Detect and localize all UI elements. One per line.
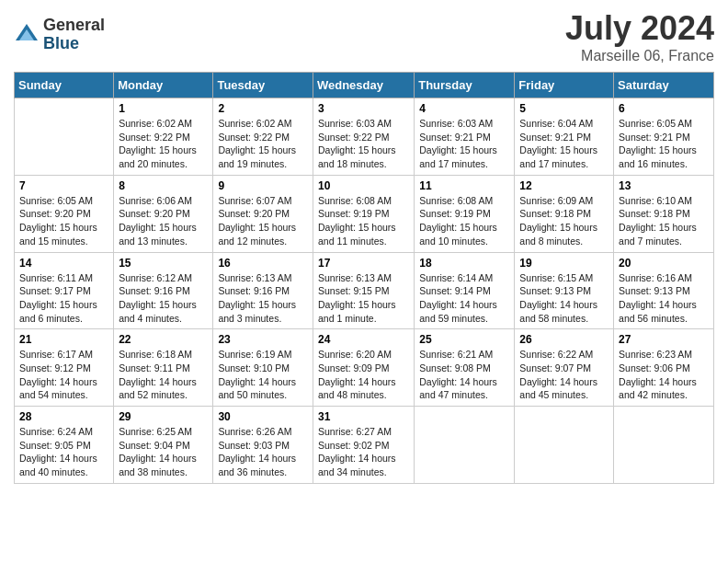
calendar-week-row: 14Sunrise: 6:11 AMSunset: 9:17 PMDayligh… <box>15 252 714 329</box>
logo-text: General Blue <box>43 17 105 53</box>
day-number: 18 <box>419 257 509 270</box>
calendar-cell: 17Sunrise: 6:13 AMSunset: 9:15 PMDayligh… <box>313 252 414 329</box>
day-number: 26 <box>519 333 609 346</box>
calendar-cell: 7Sunrise: 6:05 AMSunset: 9:20 PMDaylight… <box>15 175 114 252</box>
day-info: Sunrise: 6:03 AMSunset: 9:22 PMDaylight:… <box>318 117 409 171</box>
logo-blue: Blue <box>43 35 105 53</box>
day-info: Sunrise: 6:11 AMSunset: 9:17 PMDaylight:… <box>19 271 108 326</box>
day-info: Sunrise: 6:27 AMSunset: 9:02 PMDaylight:… <box>318 425 409 479</box>
day-info: Sunrise: 6:03 AMSunset: 9:21 PMDaylight:… <box>419 117 509 171</box>
day-number: 14 <box>19 257 108 270</box>
header-day: Saturday <box>614 73 714 98</box>
day-number: 21 <box>19 333 108 346</box>
day-info: Sunrise: 6:24 AMSunset: 9:05 PMDaylight:… <box>19 425 108 479</box>
calendar-cell: 30Sunrise: 6:26 AMSunset: 9:03 PMDayligh… <box>213 407 313 484</box>
day-info: Sunrise: 6:16 AMSunset: 9:13 PMDaylight:… <box>619 271 709 326</box>
day-number: 15 <box>119 257 208 270</box>
day-info: Sunrise: 6:04 AMSunset: 9:21 PMDaylight:… <box>519 117 609 171</box>
calendar-cell: 29Sunrise: 6:25 AMSunset: 9:04 PMDayligh… <box>114 407 213 484</box>
day-number: 2 <box>218 102 308 115</box>
day-info: Sunrise: 6:26 AMSunset: 9:03 PMDaylight:… <box>218 425 308 479</box>
day-info: Sunrise: 6:17 AMSunset: 9:12 PMDaylight:… <box>19 348 108 402</box>
day-number: 17 <box>318 257 409 270</box>
day-number: 22 <box>119 333 208 346</box>
calendar-cell <box>515 407 614 484</box>
header-day: Thursday <box>415 73 515 98</box>
header: General Blue July 2024 Marseille 06, Fra… <box>14 9 714 64</box>
calendar-cell: 26Sunrise: 6:22 AMSunset: 9:07 PMDayligh… <box>515 329 614 407</box>
calendar-cell <box>614 407 714 484</box>
calendar-cell: 12Sunrise: 6:09 AMSunset: 9:18 PMDayligh… <box>515 175 614 252</box>
header-row: SundayMondayTuesdayWednesdayThursdayFrid… <box>15 73 714 98</box>
calendar-cell: 18Sunrise: 6:14 AMSunset: 9:14 PMDayligh… <box>415 252 515 329</box>
calendar-cell: 15Sunrise: 6:12 AMSunset: 9:16 PMDayligh… <box>114 252 213 329</box>
day-number: 9 <box>218 179 308 192</box>
calendar-cell: 6Sunrise: 6:05 AMSunset: 9:21 PMDaylight… <box>614 98 714 176</box>
day-number: 7 <box>19 179 108 192</box>
day-number: 6 <box>619 102 709 115</box>
day-info: Sunrise: 6:13 AMSunset: 9:15 PMDaylight:… <box>318 271 409 326</box>
day-info: Sunrise: 6:06 AMSunset: 9:20 PMDaylight:… <box>119 194 208 248</box>
day-info: Sunrise: 6:02 AMSunset: 9:22 PMDaylight:… <box>218 117 308 171</box>
calendar-header: SundayMondayTuesdayWednesdayThursdayFrid… <box>15 73 714 98</box>
day-info: Sunrise: 6:23 AMSunset: 9:06 PMDaylight:… <box>619 348 709 402</box>
location-title: Marseille 06, France <box>565 48 714 64</box>
logo-general: General <box>43 17 105 35</box>
day-info: Sunrise: 6:15 AMSunset: 9:13 PMDaylight:… <box>519 271 609 326</box>
day-number: 12 <box>519 179 609 192</box>
day-info: Sunrise: 6:02 AMSunset: 9:22 PMDaylight:… <box>119 117 208 171</box>
day-number: 28 <box>19 410 108 423</box>
day-info: Sunrise: 6:12 AMSunset: 9:16 PMDaylight:… <box>119 271 208 326</box>
day-number: 27 <box>619 333 709 346</box>
calendar-cell: 21Sunrise: 6:17 AMSunset: 9:12 PMDayligh… <box>15 329 114 407</box>
day-number: 5 <box>519 102 609 115</box>
day-info: Sunrise: 6:19 AMSunset: 9:10 PMDaylight:… <box>218 348 308 402</box>
day-info: Sunrise: 6:08 AMSunset: 9:19 PMDaylight:… <box>318 194 409 248</box>
day-info: Sunrise: 6:05 AMSunset: 9:21 PMDaylight:… <box>619 117 709 171</box>
calendar-cell: 8Sunrise: 6:06 AMSunset: 9:20 PMDaylight… <box>114 175 213 252</box>
day-info: Sunrise: 6:14 AMSunset: 9:14 PMDaylight:… <box>419 271 509 326</box>
calendar-week-row: 28Sunrise: 6:24 AMSunset: 9:05 PMDayligh… <box>15 407 714 484</box>
header-day: Tuesday <box>213 73 313 98</box>
calendar-week-row: 1Sunrise: 6:02 AMSunset: 9:22 PMDaylight… <box>15 98 714 176</box>
header-day: Sunday <box>15 73 114 98</box>
calendar-week-row: 7Sunrise: 6:05 AMSunset: 9:20 PMDaylight… <box>15 175 714 252</box>
calendar-cell: 14Sunrise: 6:11 AMSunset: 9:17 PMDayligh… <box>15 252 114 329</box>
header-day: Friday <box>515 73 614 98</box>
calendar-cell: 27Sunrise: 6:23 AMSunset: 9:06 PMDayligh… <box>614 329 714 407</box>
day-number: 31 <box>318 410 409 423</box>
calendar-cell: 5Sunrise: 6:04 AMSunset: 9:21 PMDaylight… <box>515 98 614 176</box>
calendar-cell: 22Sunrise: 6:18 AMSunset: 9:11 PMDayligh… <box>114 329 213 407</box>
calendar-cell: 4Sunrise: 6:03 AMSunset: 9:21 PMDaylight… <box>415 98 515 176</box>
calendar-cell: 3Sunrise: 6:03 AMSunset: 9:22 PMDaylight… <box>313 98 414 176</box>
day-number: 10 <box>318 179 409 192</box>
calendar-cell: 11Sunrise: 6:08 AMSunset: 9:19 PMDayligh… <box>415 175 515 252</box>
calendar-cell: 9Sunrise: 6:07 AMSunset: 9:20 PMDaylight… <box>213 175 313 252</box>
day-info: Sunrise: 6:05 AMSunset: 9:20 PMDaylight:… <box>19 194 108 248</box>
calendar-cell: 19Sunrise: 6:15 AMSunset: 9:13 PMDayligh… <box>515 252 614 329</box>
day-number: 16 <box>218 257 308 270</box>
calendar-cell <box>415 407 515 484</box>
calendar-cell <box>15 98 114 176</box>
day-info: Sunrise: 6:25 AMSunset: 9:04 PMDaylight:… <box>119 425 208 479</box>
logo: General Blue <box>14 17 105 53</box>
month-title: July 2024 <box>565 9 714 48</box>
calendar-cell: 1Sunrise: 6:02 AMSunset: 9:22 PMDaylight… <box>114 98 213 176</box>
calendar-cell: 23Sunrise: 6:19 AMSunset: 9:10 PMDayligh… <box>213 329 313 407</box>
calendar-week-row: 21Sunrise: 6:17 AMSunset: 9:12 PMDayligh… <box>15 329 714 407</box>
calendar-cell: 28Sunrise: 6:24 AMSunset: 9:05 PMDayligh… <box>15 407 114 484</box>
logo-icon <box>14 22 40 48</box>
day-number: 13 <box>619 179 709 192</box>
day-info: Sunrise: 6:09 AMSunset: 9:18 PMDaylight:… <box>519 194 609 248</box>
day-info: Sunrise: 6:20 AMSunset: 9:09 PMDaylight:… <box>318 348 409 402</box>
day-number: 8 <box>119 179 208 192</box>
day-number: 24 <box>318 333 409 346</box>
calendar-cell: 13Sunrise: 6:10 AMSunset: 9:18 PMDayligh… <box>614 175 714 252</box>
day-number: 11 <box>419 179 509 192</box>
calendar-cell: 10Sunrise: 6:08 AMSunset: 9:19 PMDayligh… <box>313 175 414 252</box>
header-day: Monday <box>114 73 213 98</box>
calendar: SundayMondayTuesdayWednesdayThursdayFrid… <box>14 72 714 484</box>
day-info: Sunrise: 6:18 AMSunset: 9:11 PMDaylight:… <box>119 348 208 402</box>
day-number: 4 <box>419 102 509 115</box>
calendar-cell: 16Sunrise: 6:13 AMSunset: 9:16 PMDayligh… <box>213 252 313 329</box>
